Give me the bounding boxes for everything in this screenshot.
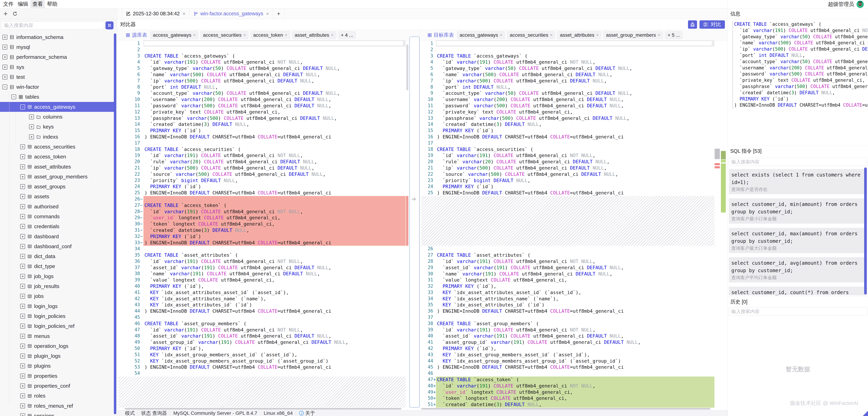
more-tables-chip[interactable]: + 5 ... xyxy=(665,31,683,39)
tree-item-plugin_logs[interactable]: +plugin_logs xyxy=(0,351,114,361)
tree-item-dashboard_conf[interactable]: +dashboard_conf xyxy=(0,241,114,251)
status-item[interactable]: 模式 xyxy=(125,410,135,416)
expand-icon[interactable]: + xyxy=(20,374,25,378)
sql-commands-scrollbar[interactable] xyxy=(864,168,867,294)
scrollbar-thumb[interactable] xyxy=(715,149,720,159)
tree-item-operation_logs[interactable]: +operation_logs xyxy=(0,341,114,351)
tree-item-roles_menus_ref[interactable]: +roles_menus_ref xyxy=(0,401,114,411)
tree-item-plugins[interactable]: +plugins xyxy=(0,361,114,371)
add-connection-button[interactable] xyxy=(2,10,9,17)
collapse-icon[interactable]: − xyxy=(11,95,16,99)
copy-right-arrow-icon[interactable]: ➔ xyxy=(411,196,416,202)
clean-button[interactable] xyxy=(688,20,697,29)
table-chip-access_token[interactable]: access_token× xyxy=(250,31,290,39)
tree-item-test[interactable]: +test xyxy=(0,72,114,82)
expand-icon[interactable]: + xyxy=(29,134,34,139)
tree-item-login_logs[interactable]: +login_logs xyxy=(0,301,114,311)
tree-item-properties_conf[interactable]: +properties_conf xyxy=(0,381,114,391)
menu-item-帮助[interactable]: 帮助 xyxy=(45,0,60,8)
expand-icon[interactable]: + xyxy=(29,124,34,129)
tree-item-commands[interactable]: +commands xyxy=(0,211,114,221)
history-search-input[interactable] xyxy=(729,308,867,315)
collapse-icon[interactable]: − xyxy=(2,84,7,90)
expand-icon[interactable]: + xyxy=(20,194,25,199)
close-icon[interactable]: × xyxy=(331,32,333,38)
expand-icon[interactable]: + xyxy=(20,393,25,398)
expand-icon[interactable]: + xyxy=(2,75,7,79)
sidebar-search-input[interactable] xyxy=(1,22,104,29)
close-icon[interactable]: × xyxy=(182,11,186,17)
collapse-icon[interactable]: − xyxy=(20,105,25,109)
sql-commands-search-input[interactable] xyxy=(729,158,867,166)
close-icon[interactable]: × xyxy=(243,32,246,38)
tree-item-mysql[interactable]: +mysql xyxy=(0,42,114,52)
table-chip-access_securities[interactable]: access_securities× xyxy=(507,31,555,39)
close-icon[interactable]: × xyxy=(285,32,287,38)
expand-icon[interactable]: + xyxy=(20,284,25,289)
sql-command-item[interactable]: select customer_id, min(amount) from ord… xyxy=(729,199,867,224)
status-item[interactable]: 状态 查询器 xyxy=(141,410,167,416)
expand-icon[interactable]: + xyxy=(2,45,7,49)
tree-item-sys[interactable]: +sys xyxy=(0,62,114,72)
menu-item-查看[interactable]: 查看 xyxy=(30,0,45,8)
tree-item-roles[interactable]: +roles xyxy=(0,391,114,401)
table-chip-access_securities[interactable]: access_securities× xyxy=(200,31,248,39)
tree-item-authorised[interactable]: +authorised xyxy=(0,202,114,211)
source-sql-editor[interactable]: 123CREATE TABLE `access_gateways` (4 `id… xyxy=(117,40,406,408)
expand-icon[interactable]: + xyxy=(20,244,25,249)
status-item[interactable]: MySQL Community Server - GPL 8.4.7 xyxy=(174,410,257,416)
close-icon[interactable]: × xyxy=(658,32,660,38)
tree-item-tables[interactable]: −tables xyxy=(0,92,114,102)
tree-item-menus[interactable]: +menus xyxy=(0,331,114,341)
expand-icon[interactable]: + xyxy=(20,314,25,319)
target-sql-editor[interactable]: 123CREATE TABLE `access_gateways` (4 `id… xyxy=(420,40,714,408)
expand-icon[interactable]: + xyxy=(20,383,25,388)
close-icon[interactable]: × xyxy=(596,32,599,38)
table-chip-access_gateways[interactable]: access_gateways× xyxy=(457,31,505,39)
expand-icon[interactable]: + xyxy=(2,65,7,70)
table-chip-asset_group_members[interactable]: asset_group_members× xyxy=(603,31,663,39)
tree-item-job_results[interactable]: +job_results xyxy=(0,281,114,291)
refresh-button[interactable] xyxy=(11,10,19,17)
sql-command-item[interactable]: select exists (select 1 from customers w… xyxy=(729,169,867,194)
tree-item-sessions[interactable]: +sessions xyxy=(0,411,114,416)
tree-item-dict_data[interactable]: +dict_data xyxy=(0,251,114,262)
sql-command-item[interactable]: select customer_id, avg(amount) from ord… xyxy=(729,257,867,282)
target-overview-ruler[interactable] xyxy=(715,40,726,408)
sql-command-item[interactable]: select customer_id, count(*) from orders… xyxy=(729,287,867,295)
expand-icon[interactable]: + xyxy=(20,294,25,299)
tree-item-asset_group_members[interactable]: +asset_group_members xyxy=(0,172,114,181)
expand-icon[interactable]: + xyxy=(20,214,25,219)
expand-icon[interactable]: + xyxy=(20,254,25,259)
expand-icon[interactable]: + xyxy=(20,154,25,159)
resize-grip[interactable] xyxy=(863,411,868,416)
tree-item-job_logs[interactable]: +job_logs xyxy=(0,271,114,281)
table-chip-access_gateways[interactable]: access_gateways× xyxy=(150,31,198,39)
expand-icon[interactable]: + xyxy=(20,353,25,358)
expand-icon[interactable]: + xyxy=(20,404,25,408)
compare-button[interactable]: 对比 xyxy=(700,20,725,29)
tree-item-keys[interactable]: +keys xyxy=(0,122,114,132)
tree-item-properties[interactable]: +properties xyxy=(0,371,114,381)
status-item[interactable]: Linux x86_64 xyxy=(264,410,293,416)
tree-item-assets[interactable]: +assets xyxy=(0,192,114,202)
new-tab-button[interactable]: + xyxy=(273,8,284,19)
scrollbar-thumb[interactable] xyxy=(406,44,408,91)
expand-icon[interactable]: + xyxy=(20,324,25,328)
tree-item-columns[interactable]: +columns xyxy=(0,112,114,122)
about-button[interactable]: i关于 xyxy=(299,410,315,416)
target-horizontal-scrollbar[interactable] xyxy=(421,408,710,410)
expand-icon[interactable]: + xyxy=(20,184,25,189)
expand-icon[interactable]: + xyxy=(20,204,25,209)
tree-item-asset_attributes[interactable]: +asset_attributes xyxy=(0,162,114,172)
tree-item-asset_groups[interactable]: +asset_groups xyxy=(0,181,114,192)
table-chip-asset_attributes[interactable]: asset_attributes× xyxy=(557,31,601,39)
sql-command-item[interactable]: select customer_id, max(amount) from ord… xyxy=(729,228,867,253)
expand-icon[interactable]: + xyxy=(29,114,34,119)
tree-item-performance_schema[interactable]: +performance_schema xyxy=(0,52,114,62)
expand-icon[interactable]: + xyxy=(20,363,25,368)
tree-item-dict_type[interactable]: +dict_type xyxy=(0,262,114,271)
document-tab[interactable]: 2025-12-30 08:34:42× xyxy=(122,8,190,19)
collapse-sidebar-button[interactable] xyxy=(105,22,114,29)
close-icon[interactable]: × xyxy=(266,11,269,17)
